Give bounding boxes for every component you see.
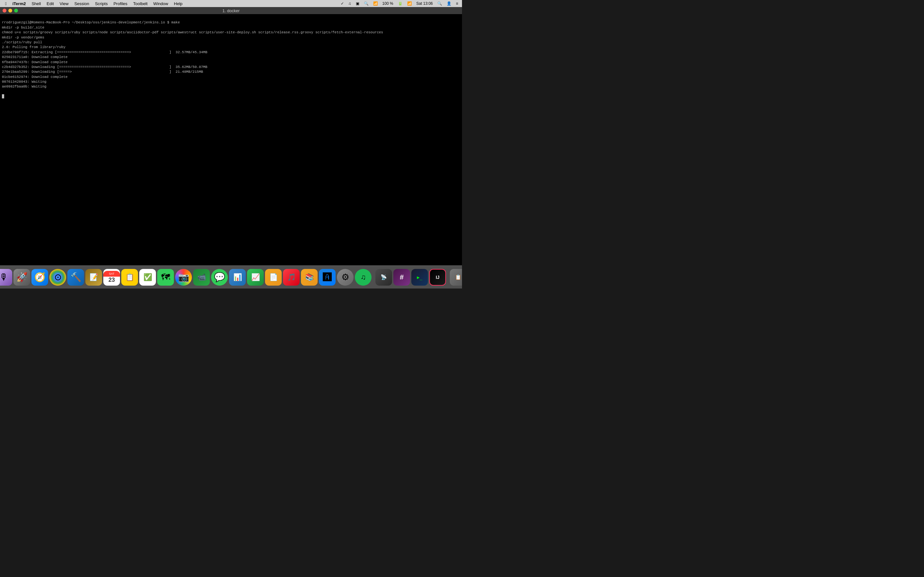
dock-app-notes2[interactable]: 📋 <box>450 269 462 285</box>
window-title: 1. docker <box>222 8 239 13</box>
dock-app-books[interactable]: 📚 <box>301 269 318 285</box>
minimize-button[interactable] <box>8 9 12 13</box>
menubar-right: ✓ ♫ ▣ 🔍 📶 100 % 🔋 📶 Sat 13:06 🔍 👤 ≡ <box>339 1 459 6</box>
terminal-line-12: 01cbe6152974: Download complete <box>2 75 68 79</box>
shell-menu[interactable]: Shell <box>29 1 43 7</box>
menubar:  iTerm2 Shell Edit View Session Scripts… <box>0 0 462 7</box>
terminal-window: 1. docker rrodriguezgil@Romens-MacBook-P… <box>0 7 462 266</box>
airport-icon: 📶 <box>406 1 413 6</box>
iterm-menu-icon: ▣ <box>355 1 360 6</box>
terminal-cursor <box>2 94 4 98</box>
spotlight-icon[interactable]: 🔍 <box>363 1 370 6</box>
music-icon: ♫ <box>347 1 352 6</box>
terminal-output[interactable]: rrodriguezgil@Romens-MacBook-Pro ~/Deskt… <box>0 14 462 266</box>
dock-app-notefile[interactable]: 📝 <box>86 269 102 285</box>
cursor-line <box>2 95 4 98</box>
traffic-lights <box>3 9 18 13</box>
maximize-button[interactable] <box>14 9 18 13</box>
scripts-menu[interactable]: Scripts <box>92 1 110 7</box>
dock-app-slack[interactable]: # <box>393 269 410 285</box>
profiles-menu[interactable]: Profiles <box>111 1 130 7</box>
user-icon: 👤 <box>445 1 453 6</box>
terminal-line-11: 270e1baa5299: Downloading [=====> ] 21.4… <box>2 70 203 74</box>
terminal-line-1: rrodriguezgil@Romens-MacBook-Pro ~/Deskt… <box>2 21 180 24</box>
dock-app-maps[interactable]: 🗺 <box>157 269 174 285</box>
dock-app-siri[interactable]: 🎙 <box>0 269 12 285</box>
search-icon[interactable]: 🔍 <box>436 1 443 6</box>
help-menu[interactable]: Help <box>171 1 185 7</box>
view-menu[interactable]: View <box>57 1 71 7</box>
terminal-line-7: 22dbe790f715: Extracting [==============… <box>2 50 207 54</box>
dock-app-photos[interactable]: 📷 <box>175 269 192 285</box>
dock-app-appstore[interactable]: 🅰 <box>319 269 336 285</box>
window-menu[interactable]: Window <box>151 1 171 7</box>
dock-app-reminders[interactable]: ✅ <box>139 269 156 285</box>
toolbelt-menu[interactable]: Toolbelt <box>131 1 150 7</box>
battery-icon: 🔋 <box>397 1 404 6</box>
dock-app-intellij[interactable]: IJ <box>429 269 446 285</box>
terminal-line-2: mkdir -p build/_site <box>2 26 44 29</box>
dock-app-messages[interactable]: 💬 <box>211 269 228 285</box>
dock-app-launchpad[interactable]: 🚀 <box>13 269 30 285</box>
clock: Sat 13:06 <box>415 1 434 6</box>
session-menu[interactable]: Session <box>72 1 92 7</box>
dock-app-pages[interactable]: 📄 <box>265 269 282 285</box>
check-icon: ✓ <box>339 1 345 6</box>
dock-app-music[interactable]: 🎵 <box>283 269 300 285</box>
terminal-line-3: chmod u+x scripts/groovy scripts/ruby sc… <box>2 31 383 34</box>
dock-app-numbers[interactable]: 📈 <box>247 269 264 285</box>
dock-app-notes[interactable]: 📋 <box>121 269 138 285</box>
terminal-line-13: 007613428043: Waiting <box>2 80 47 84</box>
dock-app-sysprefs[interactable]: ⚙ <box>337 269 354 285</box>
edit-menu[interactable]: Edit <box>44 1 56 7</box>
dock-app-safari[interactable]: 🧭 <box>31 269 48 285</box>
close-button[interactable] <box>3 9 6 13</box>
dock-app-chrome[interactable]: ⊙ <box>49 269 66 285</box>
dock-app-facetime[interactable]: 📹 <box>193 269 210 285</box>
control-strip[interactable]: ≡ <box>455 1 459 6</box>
dock-app-wifi[interactable]: 📡 <box>375 269 392 285</box>
battery-percent: 100 % <box>381 1 395 6</box>
dock-app-iterm2[interactable]: ▶_ <box>411 269 428 285</box>
window-titlebar: 1. docker <box>0 7 462 14</box>
dock: 🗂 🎙 🚀 🧭 ⊙ 🔨 📝 SAT 23 📋 ✅ 🗺 📷 📹 💬 📊 📈 📄 🎵… <box>0 266 462 288</box>
dock-app-calendar[interactable]: SAT 23 <box>103 269 120 285</box>
apple-menu[interactable]:  <box>3 1 9 7</box>
terminal-line-6: 2.6: Pulling from library/ruby <box>2 45 65 49</box>
terminal-line-9: 6fba9447437b: Download complete <box>2 60 68 64</box>
terminal-line-14: ae0982fbaa0b: Waiting <box>2 85 47 89</box>
wifi-status: 📶 <box>372 1 379 6</box>
terminal-line-10: c2b4d327b352: Downloading [=============… <box>2 65 207 69</box>
terminal-line-8: 0250231711a0: Download complete <box>2 55 68 59</box>
app-name-menu[interactable]: iTerm2 <box>10 1 29 7</box>
dock-app-spotify[interactable]: ♫ <box>355 269 372 285</box>
terminal-line-5: ./scripts/ruby pull <box>2 40 42 44</box>
dock-app-keynote[interactable]: 📊 <box>229 269 246 285</box>
menubar-left:  iTerm2 Shell Edit View Session Scripts… <box>3 1 185 7</box>
dock-app-xcode[interactable]: 🔨 <box>67 269 84 285</box>
terminal-line-4: mkdir -p vendor/gems <box>2 35 44 39</box>
